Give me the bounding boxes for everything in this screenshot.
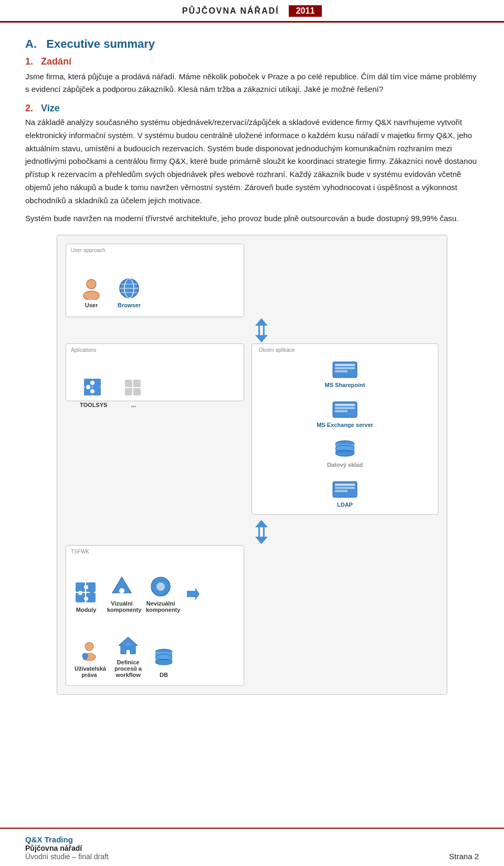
tsfwk-label: TSFWK	[71, 549, 89, 555]
svg-rect-33	[335, 487, 355, 489]
moduly-label: Moduly	[76, 607, 97, 613]
svg-point-44	[119, 588, 124, 593]
svg-point-57	[155, 660, 172, 665]
toolsys-label: TOOLSYS	[80, 402, 107, 408]
definice-icon	[117, 634, 140, 657]
toolsys-icon	[82, 377, 105, 400]
svg-point-13	[94, 385, 99, 389]
main-content: A. Executive summary 1. Zadání Jsme firm…	[0, 37, 504, 695]
section-a-heading: A. Executive summary	[25, 37, 479, 51]
svg-point-12	[86, 385, 90, 389]
okolni-aplikace-box: Okolní aplikace MS Sharepoint	[251, 343, 438, 515]
svg-point-1	[83, 291, 99, 300]
footer-page: Strana 2	[449, 852, 479, 861]
browser-icon-group: Browser	[118, 277, 141, 308]
svg-point-40	[78, 591, 82, 595]
tsfwk-row2: Uživatelská práva Definice procesů a wor…	[71, 619, 238, 681]
section-a-title: A. Executive summary	[25, 37, 155, 50]
svg-point-11	[90, 381, 94, 385]
db-icon	[152, 646, 175, 670]
vize-paragraph-1: Na základě analýzy současného systému ob…	[25, 116, 479, 207]
uzivatelska-label: Uživatelská práva	[75, 665, 104, 678]
svg-rect-52	[83, 659, 87, 660]
ldap-item: LDAP	[257, 475, 433, 510]
uzivatelska-icon	[78, 640, 101, 663]
sharepoint-item: MS Sharepoint	[257, 356, 433, 390]
footer-company: Q&X Trading	[25, 835, 109, 844]
svg-point-14	[90, 389, 94, 393]
user-icon	[80, 277, 103, 300]
svg-rect-18	[133, 388, 141, 395]
datovy-icon	[333, 440, 356, 460]
svg-rect-16	[133, 380, 141, 387]
header-title: PŮJČOVNA NÁŘADÍ	[182, 6, 279, 16]
svg-rect-22	[335, 370, 348, 372]
dots-label: ...	[131, 402, 136, 408]
middle-section: Aplications	[66, 343, 438, 515]
arrow-down-1	[85, 318, 438, 342]
browser-icon	[118, 277, 141, 300]
ldap-icon	[332, 479, 358, 499]
vizualni-label: Vizuální komponenty	[107, 600, 136, 613]
svg-rect-15	[125, 380, 132, 387]
svg-rect-35	[76, 582, 85, 592]
dots-icon	[122, 377, 145, 400]
nevizualni-group: Nevizuální komponenty	[146, 575, 175, 613]
vize-paragraph-2: Systém bude navržen na moderní třívrstvé…	[25, 212, 479, 225]
svg-marker-47	[187, 588, 200, 600]
svg-rect-24	[335, 404, 355, 406]
svg-point-0	[87, 279, 96, 289]
ldap-label: LDAP	[337, 502, 353, 508]
exchange-item: MS Exchange server	[257, 395, 433, 430]
vizualni-icon	[110, 575, 133, 598]
footer-left: Q&X Trading Půjčovna nářadí Úvodní studi…	[25, 835, 109, 861]
vizualni-group: Vizuální komponenty	[107, 575, 136, 613]
user-icon-group: User	[80, 277, 103, 308]
header-year: 2011	[289, 5, 322, 17]
section-1-heading: 1. Zadání	[25, 56, 479, 67]
arrow-right-icon	[185, 586, 202, 602]
applications-box: Aplications	[66, 343, 244, 401]
svg-point-42	[84, 597, 88, 601]
db-group: DB	[152, 646, 175, 678]
toolsys-row: TOOLSYS ...	[71, 361, 238, 412]
definice-label: Definice procesů a workflow	[113, 659, 143, 678]
svg-rect-20	[335, 364, 355, 366]
dots-group: ...	[122, 377, 145, 408]
user-browser-row: User Browser	[71, 261, 238, 312]
architecture-diagram: User approach User	[57, 235, 447, 695]
section-2-title: 2. Vize	[25, 103, 60, 113]
user-approach-label: User approach	[71, 247, 106, 253]
svg-point-39	[84, 585, 88, 589]
user-approach-box: User approach User	[66, 244, 244, 317]
svg-point-48	[85, 642, 93, 651]
tsfwk-row1: Moduly Vizuální komponenty Nev	[71, 560, 238, 616]
footer-document: Úvodní studie – final draft	[25, 852, 109, 861]
footer-project: Půjčovna nářadí	[25, 844, 109, 852]
svg-point-46	[156, 582, 165, 591]
intro-paragraph: Jsme firma, která půjčuje a prodává nářa…	[25, 70, 479, 96]
svg-point-41	[90, 591, 94, 595]
okolni-label: Okolní aplikace	[257, 347, 295, 353]
svg-rect-25	[335, 407, 355, 409]
uzivatelska-group: Uživatelská práva	[75, 640, 104, 678]
section-2-heading: 2. Vize	[25, 103, 479, 114]
svg-rect-26	[335, 410, 348, 412]
arrow-down-2	[85, 520, 438, 544]
user-label: User	[85, 302, 98, 308]
db-label: DB	[160, 672, 168, 678]
moduly-icon	[75, 581, 98, 604]
vize-label: Vize	[41, 103, 60, 113]
page-header: PŮJČOVNA NÁŘADÍ 2011	[0, 0, 504, 23]
sharepoint-icon	[332, 360, 358, 380]
section-1-title: 1. Zadání	[25, 56, 71, 67]
svg-point-29	[335, 450, 354, 456]
svg-rect-32	[335, 484, 355, 486]
nevizualni-icon	[149, 575, 172, 598]
tsfwk-box: TSFWK Moduly	[66, 545, 244, 686]
nevizualni-label: Nevizuální komponenty	[146, 600, 175, 613]
sharepoint-label: MS Sharepoint	[324, 382, 365, 388]
exchange-label: MS Exchange server	[317, 422, 373, 428]
moduly-group: Moduly	[75, 581, 98, 613]
datovy-label: Datový sklad	[327, 462, 363, 468]
